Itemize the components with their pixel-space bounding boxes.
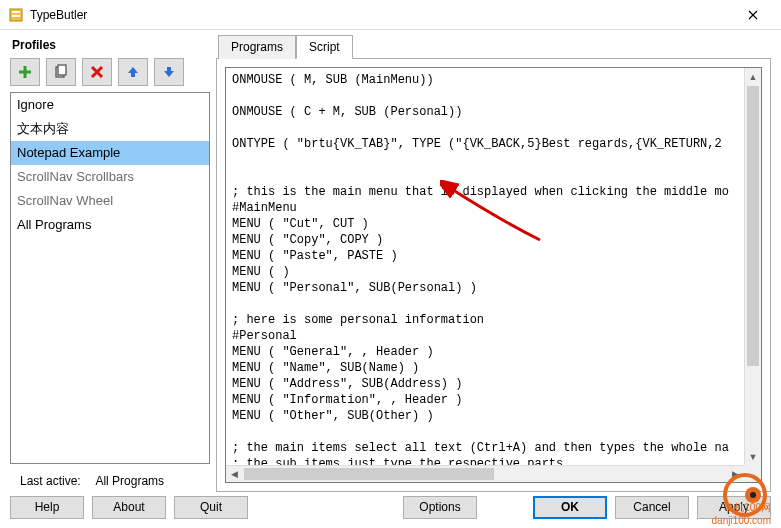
tab-programs[interactable]: Programs bbox=[218, 35, 296, 59]
last-active-label: Last active: bbox=[20, 474, 81, 488]
help-button[interactable]: Help bbox=[10, 496, 84, 519]
ok-button[interactable]: OK bbox=[533, 496, 607, 519]
add-profile-button[interactable] bbox=[10, 58, 40, 86]
scroll-right-arrow-icon[interactable]: ▶ bbox=[727, 466, 744, 482]
profile-item[interactable]: Notepad Example bbox=[11, 141, 209, 165]
move-down-button[interactable] bbox=[154, 58, 184, 86]
profile-item[interactable]: 文本内容 bbox=[11, 117, 209, 141]
move-up-button[interactable] bbox=[118, 58, 148, 86]
profiles-toolbar bbox=[10, 58, 210, 92]
scroll-down-arrow-icon[interactable]: ▼ bbox=[745, 448, 761, 465]
profile-item[interactable]: ScrollNav Scrollbars bbox=[11, 165, 209, 189]
profile-item[interactable]: All Programs bbox=[11, 213, 209, 237]
script-pane: ONMOUSE ( M, SUB (MainMenu)) ONMOUSE ( C… bbox=[216, 58, 771, 492]
svg-rect-1 bbox=[12, 11, 20, 13]
horizontal-scroll-thumb[interactable] bbox=[244, 468, 494, 480]
tab-script[interactable]: Script bbox=[296, 35, 353, 59]
app-icon bbox=[8, 7, 24, 23]
scroll-up-arrow-icon[interactable]: ▲ bbox=[745, 68, 761, 85]
last-active-value: All Programs bbox=[95, 474, 164, 488]
horizontal-scrollbar[interactable]: ◀ ▶ bbox=[226, 465, 744, 482]
last-active-row: Last active: All Programs bbox=[10, 464, 210, 492]
copy-profile-button[interactable] bbox=[46, 58, 76, 86]
scroll-corner bbox=[744, 465, 761, 482]
about-button[interactable]: About bbox=[92, 496, 166, 519]
profile-list[interactable]: Ignore文本内容Notepad ExampleScrollNav Scrol… bbox=[10, 92, 210, 464]
script-text[interactable]: ONMOUSE ( M, SUB (MainMenu)) ONMOUSE ( C… bbox=[226, 68, 744, 465]
tabs: Programs Script bbox=[218, 35, 771, 59]
profile-item[interactable]: ScrollNav Wheel bbox=[11, 189, 209, 213]
footer: Help About Quit Options OK Cancel Apply bbox=[0, 492, 781, 526]
right-panel: Programs Script ONMOUSE ( M, SUB (MainMe… bbox=[216, 34, 771, 492]
vertical-scroll-thumb[interactable] bbox=[747, 86, 759, 366]
window-title: TypeButler bbox=[30, 8, 733, 22]
content-area: Profiles Ignore文本内容Notepad ExampleScroll… bbox=[0, 30, 781, 492]
script-editor[interactable]: ONMOUSE ( M, SUB (MainMenu)) ONMOUSE ( C… bbox=[225, 67, 762, 483]
titlebar: TypeButler bbox=[0, 0, 781, 30]
svg-rect-4 bbox=[58, 65, 66, 75]
profile-item[interactable]: Ignore bbox=[11, 93, 209, 117]
vertical-scrollbar[interactable]: ▲ ▼ bbox=[744, 68, 761, 465]
quit-button[interactable]: Quit bbox=[174, 496, 248, 519]
close-button[interactable] bbox=[733, 1, 773, 29]
cancel-button[interactable]: Cancel bbox=[615, 496, 689, 519]
profiles-panel: Profiles Ignore文本内容Notepad ExampleScroll… bbox=[10, 34, 210, 492]
options-button[interactable]: Options bbox=[403, 496, 477, 519]
apply-button[interactable]: Apply bbox=[697, 496, 771, 519]
scroll-left-arrow-icon[interactable]: ◀ bbox=[226, 466, 243, 482]
svg-rect-2 bbox=[12, 15, 20, 17]
profiles-header: Profiles bbox=[10, 34, 210, 58]
delete-profile-button[interactable] bbox=[82, 58, 112, 86]
